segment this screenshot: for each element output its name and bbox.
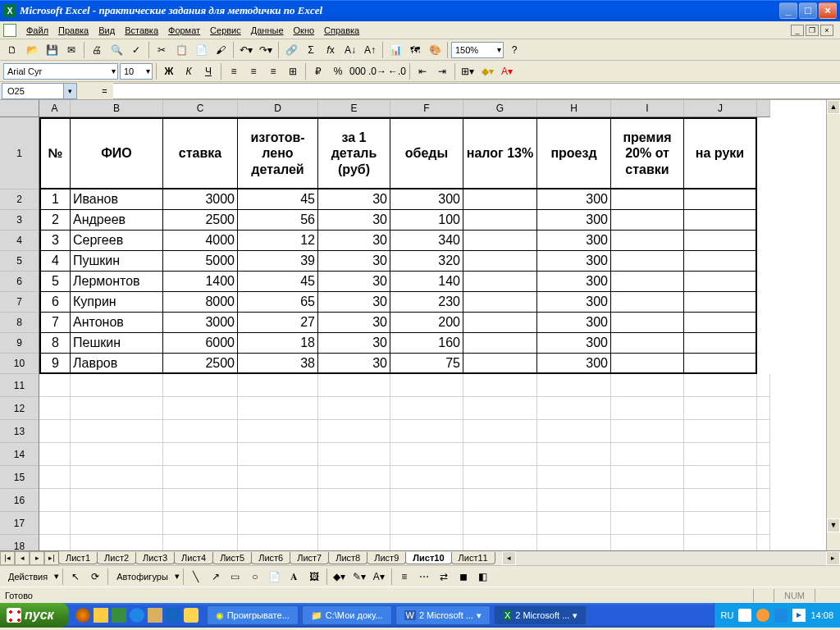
- cell-G11[interactable]: [463, 374, 537, 397]
- actions-menu[interactable]: Действия: [3, 572, 52, 582]
- cell-H5[interactable]: 300: [537, 251, 611, 272]
- wordart-button[interactable]: 𝐀: [285, 568, 304, 586]
- cell-G14[interactable]: [463, 443, 537, 466]
- task-button-1[interactable]: ◉Проигрывате...: [207, 605, 299, 625]
- cell-G8[interactable]: [463, 313, 537, 333]
- cell-11[interactable]: [757, 374, 770, 397]
- column-header-H[interactable]: H: [537, 100, 611, 116]
- menu-window[interactable]: Окно: [289, 24, 320, 37]
- cell-E8[interactable]: 30: [318, 313, 390, 333]
- tab-nav-next[interactable]: ▸: [30, 551, 44, 565]
- cell-J17[interactable]: [684, 512, 757, 535]
- cell-B5[interactable]: Пушкин: [71, 251, 163, 272]
- cell-G13[interactable]: [463, 420, 537, 443]
- cell-H15[interactable]: [537, 466, 611, 489]
- cell-C16[interactable]: [163, 489, 238, 512]
- comma-button[interactable]: 000: [349, 62, 367, 80]
- cell-A5[interactable]: 4: [39, 251, 71, 272]
- cell-H3[interactable]: 300: [537, 210, 611, 231]
- cell-A10[interactable]: 9: [39, 354, 71, 374]
- menu-file[interactable]: Файл: [21, 24, 53, 37]
- cell-J7[interactable]: [684, 292, 757, 313]
- cell-B6[interactable]: Лермонтов: [71, 272, 163, 292]
- cells-area[interactable]: №ФИОставкаизготов-лено деталейза 1 детал…: [39, 117, 826, 550]
- copy-button[interactable]: 📋: [172, 41, 190, 59]
- cell-D3[interactable]: 56: [238, 210, 318, 231]
- line-button[interactable]: ╲: [187, 568, 205, 586]
- cell-D9[interactable]: 18: [238, 333, 318, 354]
- cell-J18[interactable]: [684, 535, 757, 550]
- row-header-9[interactable]: 9: [0, 333, 39, 354]
- row-header-11[interactable]: 11: [0, 374, 39, 397]
- cell-C14[interactable]: [163, 443, 238, 466]
- cell-17[interactable]: [757, 512, 770, 535]
- cell-G10[interactable]: [463, 354, 537, 374]
- scroll-up-button[interactable]: ▲: [827, 100, 840, 114]
- cell-E4[interactable]: 30: [318, 231, 390, 251]
- chart-button[interactable]: 📊: [386, 41, 404, 59]
- decrease-indent-button[interactable]: ⇤: [413, 62, 431, 80]
- cell-I11[interactable]: [611, 374, 684, 397]
- vertical-scrollbar[interactable]: ▲ ▼: [826, 100, 840, 550]
- print-preview-button[interactable]: 🔍: [107, 41, 126, 59]
- cell-H13[interactable]: [537, 420, 611, 443]
- row-header-13[interactable]: 13: [0, 420, 39, 443]
- cell-F12[interactable]: [390, 397, 463, 420]
- start-button[interactable]: пуск: [0, 603, 69, 628]
- sheet-tab-Лист11[interactable]: Лист11: [451, 552, 495, 564]
- cell-E5[interactable]: 30: [318, 251, 390, 272]
- italic-button[interactable]: К: [180, 62, 198, 80]
- cell-H2[interactable]: 300: [537, 189, 611, 210]
- cell-H11[interactable]: [537, 374, 611, 397]
- cell-F3[interactable]: 100: [390, 210, 463, 231]
- cell-I1[interactable]: премия 20% от ставки: [611, 117, 684, 189]
- cell-B18[interactable]: [71, 535, 163, 550]
- cell-B11[interactable]: [71, 374, 163, 397]
- currency-button[interactable]: ₽: [309, 62, 327, 80]
- cell-I10[interactable]: [611, 354, 684, 374]
- cell-D17[interactable]: [238, 512, 318, 535]
- cell-B10[interactable]: Лавров: [71, 354, 163, 374]
- cell-G12[interactable]: [463, 397, 537, 420]
- cell-H7[interactable]: 300: [537, 292, 611, 313]
- sheet-tab-Лист7[interactable]: Лист7: [290, 552, 329, 564]
- cell-E2[interactable]: 30: [318, 189, 390, 210]
- hyperlink-button[interactable]: 🔗: [282, 41, 300, 59]
- row-header-12[interactable]: 12: [0, 397, 39, 420]
- ql-icon-3[interactable]: [112, 608, 126, 623]
- dash-style-button[interactable]: ⋯: [415, 568, 433, 586]
- cell-J8[interactable]: [684, 313, 757, 333]
- cell-I6[interactable]: [611, 272, 684, 292]
- cell-E17[interactable]: [318, 512, 390, 535]
- autosum-button[interactable]: Σ: [302, 41, 320, 59]
- merge-center-button[interactable]: ⊞: [284, 62, 302, 80]
- cell-H14[interactable]: [537, 443, 611, 466]
- cell-J16[interactable]: [684, 489, 757, 512]
- row-header-15[interactable]: 15: [0, 466, 39, 489]
- cell-F18[interactable]: [390, 535, 463, 550]
- cell-E7[interactable]: 30: [318, 292, 390, 313]
- spell-button[interactable]: ✓: [127, 41, 145, 59]
- cell-E3[interactable]: 30: [318, 210, 390, 231]
- cell-A1[interactable]: №: [39, 117, 71, 189]
- cell-F4[interactable]: 340: [390, 231, 463, 251]
- cell-I5[interactable]: [611, 251, 684, 272]
- cell-E11[interactable]: [318, 374, 390, 397]
- row-header-6[interactable]: 6: [0, 272, 39, 292]
- cell-B14[interactable]: [71, 443, 163, 466]
- cell-A3[interactable]: 2: [39, 210, 71, 231]
- cell-D6[interactable]: 45: [238, 272, 318, 292]
- cell-C10[interactable]: 2500: [163, 354, 238, 374]
- cell-F11[interactable]: [390, 374, 463, 397]
- cell-B17[interactable]: [71, 512, 163, 535]
- cell-A9[interactable]: 8: [39, 333, 71, 354]
- task-button-3[interactable]: W2 Microsoft ...▾: [395, 605, 491, 625]
- sheet-tab-Лист2[interactable]: Лист2: [97, 552, 136, 564]
- oval-button[interactable]: ○: [246, 568, 264, 586]
- sheet-tab-Лист4[interactable]: Лист4: [174, 552, 213, 564]
- cell-G18[interactable]: [463, 535, 537, 550]
- cell-I3[interactable]: [611, 210, 684, 231]
- cell-C6[interactable]: 1400: [163, 272, 238, 292]
- cell-G16[interactable]: [463, 489, 537, 512]
- rectangle-button[interactable]: ▭: [226, 568, 244, 586]
